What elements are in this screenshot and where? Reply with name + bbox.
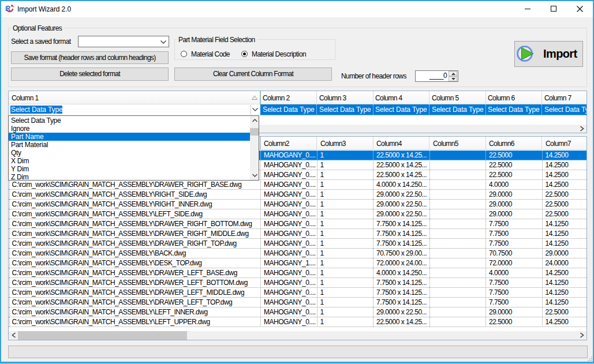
svg-text:R: R (5, 4, 11, 13)
